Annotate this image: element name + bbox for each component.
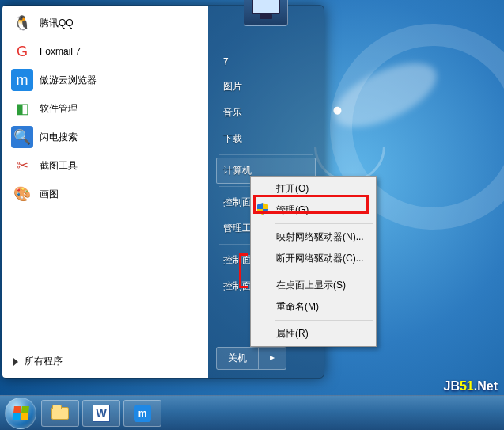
flashsearch-icon: 🔍 [11,126,33,148]
shutdown-label: 关机 [217,348,258,369]
program-label: 画图 [40,188,59,201]
folder-icon [51,407,69,420]
program-item-0[interactable]: 🐧腾讯QQ [6,9,205,37]
qq-icon: 🐧 [11,12,33,34]
program-item-4[interactable]: 🔍闪电搜索 [6,123,205,151]
program-label: 闪电搜索 [40,131,78,144]
cm-rename[interactable]: 重命名(M) [252,296,374,318]
all-programs-label: 所有程序 [25,355,63,368]
separator [275,320,373,321]
uac-shield-icon [257,203,268,215]
taskbar-explorer[interactable] [41,400,79,427]
right-item-pictures[interactable]: 图片 [216,74,316,100]
shutdown-button[interactable]: 关机 ▸ [216,347,286,370]
taskbar-maxthon[interactable]: m [123,400,161,427]
program-item-2[interactable]: m傲游云浏览器 [6,66,205,94]
cm-show-on-desktop[interactable]: 在桌面上显示(S) [252,275,374,296]
highlight-side [239,253,248,288]
softmgr-icon: ◧ [11,97,33,120]
separator [219,154,313,155]
program-item-5[interactable]: ✂截图工具 [6,151,205,180]
program-label: 傲游云浏览器 [40,74,97,87]
cm-manage[interactable]: 管理(G) [252,200,374,221]
paint-icon: 🎨 [11,183,33,205]
right-item-downloads[interactable]: 下载 [216,126,316,152]
program-item-1[interactable]: GFoxmail 7 [6,37,205,66]
snip-icon: ✂ [11,154,33,177]
cm-map-drive[interactable]: 映射网络驱动器(N)... [252,226,374,248]
windows-logo-icon [13,406,29,420]
word-icon: W [93,405,110,422]
monitor-icon [252,0,280,14]
taskbar: W m [0,395,504,430]
cm-disconnect-drive[interactable]: 断开网络驱动器(C)... [252,248,374,269]
program-item-6[interactable]: 🎨画图 [6,180,205,208]
program-label: 截图工具 [40,159,78,173]
program-label: 软件管理 [40,102,78,116]
all-programs-button[interactable]: 所有程序 [6,348,205,375]
maxthon-icon: m [134,405,151,422]
start-menu-left-panel: 🐧腾讯QQGFoxmail 7m傲游云浏览器◧软件管理🔍闪电搜索✂截图工具🎨画图… [2,6,208,378]
program-label: 腾讯QQ [40,17,74,30]
right-item-music[interactable]: 音乐 [216,100,316,126]
shutdown-options-arrow[interactable]: ▸ [258,348,286,369]
cm-open[interactable]: 打开(O) [252,178,374,200]
watermark: JB51.Net [444,379,498,394]
start-button[interactable] [5,398,36,429]
computer-context-menu: 打开(O) 管理(G) 映射网络驱动器(N)... 断开网络驱动器(C)... … [250,176,377,347]
separator [275,223,373,224]
separator [275,272,373,272]
program-label: Foxmail 7 [40,46,81,57]
maxthon-icon: m [11,69,33,91]
program-item-3[interactable]: ◧软件管理 [6,94,205,123]
taskbar-word[interactable]: W [82,400,120,427]
arrow-right-icon [13,358,18,366]
foxmail-icon: G [11,40,33,63]
right-item-user[interactable]: 7 [216,50,316,74]
cm-properties[interactable]: 属性(R) [252,323,374,344]
user-picture[interactable] [244,0,288,26]
